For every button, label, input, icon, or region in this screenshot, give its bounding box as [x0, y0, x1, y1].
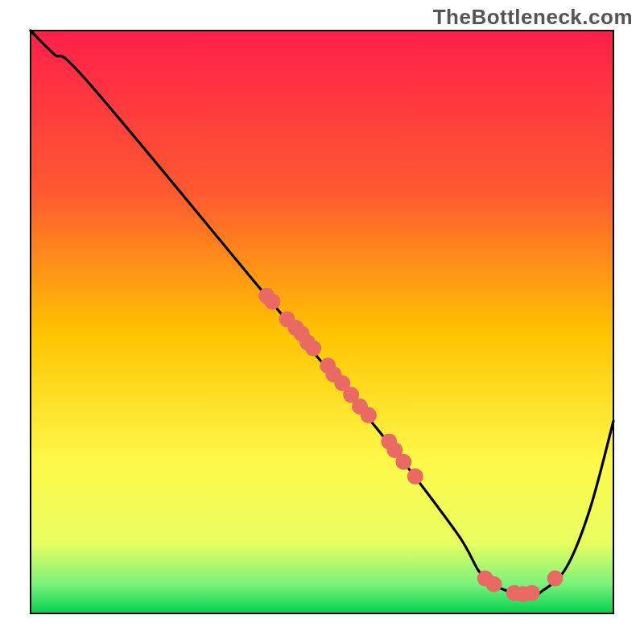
data-point — [486, 576, 502, 592]
chart-canvas — [0, 0, 644, 644]
data-point — [524, 585, 540, 601]
data-point — [407, 469, 423, 485]
data-point — [305, 341, 321, 357]
data-point — [264, 294, 280, 310]
data-point — [395, 454, 411, 470]
data-point — [547, 571, 564, 587]
data-point — [361, 407, 377, 423]
chart-frame: TheBottleneck.com — [0, 0, 644, 644]
watermark-text: TheBottleneck.com — [433, 5, 633, 30]
